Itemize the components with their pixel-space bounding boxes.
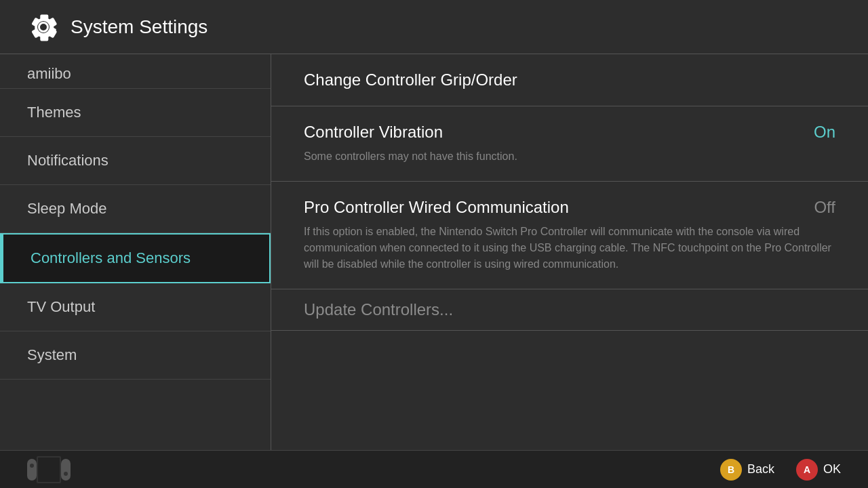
- a-button-icon: A: [796, 459, 818, 481]
- sidebar-item-sleep-mode[interactable]: Sleep Mode: [0, 185, 271, 233]
- svg-rect-0: [27, 459, 37, 481]
- svg-rect-1: [61, 459, 71, 481]
- back-button-footer[interactable]: B Back: [720, 459, 774, 481]
- sidebar-item-controllers-sensors[interactable]: Controllers and Sensors: [0, 233, 271, 283]
- controller-vibration-title: Controller Vibration: [304, 123, 443, 142]
- sidebar-item-system[interactable]: System: [0, 331, 271, 380]
- sidebar: amiibo Themes Notifications Sleep Mode C…: [0, 54, 271, 450]
- pro-controller-wired-value: Off: [814, 198, 835, 217]
- gear-icon: [27, 11, 60, 43]
- ok-label: OK: [823, 462, 841, 476]
- update-controllers-title: Update Controllers...: [304, 300, 453, 319]
- content-area: Change Controller Grip/Order Controller …: [271, 54, 868, 450]
- svg-point-4: [30, 464, 34, 468]
- svg-point-5: [64, 472, 68, 476]
- footer: B Back A OK: [0, 450, 868, 488]
- svg-rect-3: [38, 458, 60, 482]
- sidebar-item-notifications[interactable]: Notifications: [0, 137, 271, 185]
- sidebar-item-tv-output[interactable]: TV Output: [0, 283, 271, 331]
- change-controller-grip-title: Change Controller Grip/Order: [304, 70, 517, 89]
- controller-vibration-desc: Some controllers may not have this funct…: [304, 148, 835, 165]
- content-item-pro-controller-wired[interactable]: Pro Controller Wired Communication Off I…: [271, 182, 868, 289]
- content-item-controller-vibration[interactable]: Controller Vibration On Some controllers…: [271, 106, 868, 182]
- page-title: System Settings: [71, 16, 208, 38]
- sidebar-item-themes[interactable]: Themes: [0, 89, 271, 137]
- sidebar-item-amiibo[interactable]: amiibo: [0, 54, 271, 89]
- footer-buttons: B Back A OK: [720, 459, 841, 481]
- content-item-update-controllers[interactable]: Update Controllers...: [271, 289, 868, 331]
- footer-switch-icon: [27, 456, 71, 483]
- pro-controller-wired-desc: If this option is enabled, the Nintendo …: [304, 224, 835, 272]
- controller-vibration-value: On: [814, 123, 835, 142]
- main-layout: amiibo Themes Notifications Sleep Mode C…: [0, 54, 868, 450]
- b-button-icon: B: [720, 459, 742, 481]
- ok-button-footer[interactable]: A OK: [796, 459, 841, 481]
- content-item-change-controller-grip[interactable]: Change Controller Grip/Order: [271, 54, 868, 106]
- header: System Settings: [0, 0, 868, 54]
- back-label: Back: [747, 462, 774, 476]
- pro-controller-wired-title: Pro Controller Wired Communication: [304, 198, 569, 217]
